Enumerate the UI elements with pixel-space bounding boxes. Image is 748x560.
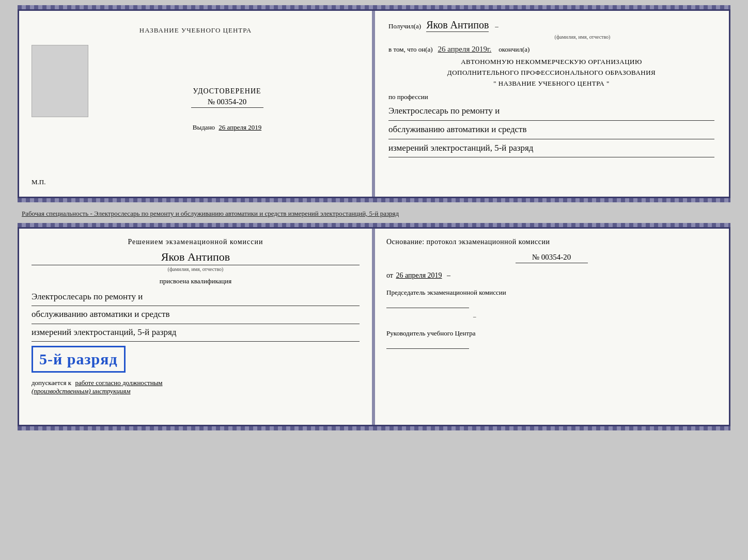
admitted-text-label: допускается к (32, 379, 71, 387)
profession-label: по профессии (388, 93, 714, 101)
date-prefix: от (386, 271, 393, 279)
top-book-right: Получил(а) Яков Антипов – (фамилия, имя,… (374, 11, 729, 197)
qual-line2: обслуживанию автоматики и средств (32, 306, 360, 324)
profession-line1: Электрослесарь по ремонту и (388, 103, 714, 121)
name-sublabel-bottom: (фамилия, имя, отчество) (32, 266, 360, 272)
completed-label: в том, что он(а) (388, 45, 433, 54)
top-book-left: НАЗВАНИЕ УЧЕБНОГО ЦЕНТРА УДОСТОВЕРЕНИЕ №… (19, 11, 374, 197)
org-line2: ДОПОЛНИТЕЛЬНОГО ПРОФЕССИОНАЛЬНОГО ОБРАЗО… (388, 68, 714, 78)
cert-number: № 00354-20 (191, 98, 263, 108)
admitted-italic-text: (производственным) инструкциям (32, 387, 131, 395)
qual-line1: Электрослесарь по ремонту и (32, 289, 360, 306)
completed-line: в том, что он(а) 26 апреля 2019г. окончи… (388, 45, 714, 54)
profession-block: по профессии Электрослесарь по ремонту и… (388, 93, 714, 157)
person-name-top: Яков Антипов (426, 19, 489, 32)
photo-placeholder (32, 45, 88, 117)
completed-date: 26 апреля 2019г. (438, 45, 492, 54)
issued-date: 26 апреля 2019 (219, 123, 261, 131)
profession-lines: Электрослесарь по ремонту и обслуживанию… (388, 103, 714, 157)
org-line1: АВТОНОМНУЮ НЕКОММЕРЧЕСКУЮ ОРГАНИЗАЦИЮ (388, 57, 714, 68)
issued-label: Выдано (193, 123, 215, 131)
profession-line2: обслуживанию автоматики и средств (388, 122, 714, 139)
org-line3: " НАЗВАНИЕ УЧЕБНОГО ЦЕНТРА " (388, 78, 714, 89)
basis-title: Основание: протокол экзаменационной коми… (386, 238, 716, 246)
admitted-line: допускается к работе согласно должностны… (32, 379, 360, 395)
assigned-qual-label: присвоена квалификация (32, 277, 360, 285)
profession-line3: измерений электростанций, 5-й разряд (388, 140, 714, 158)
completed-after: окончил(а) (498, 45, 529, 54)
mp-label: М.П. (32, 178, 45, 186)
head-section: Руководитель учебного Центра (386, 329, 716, 361)
protocol-number: № 00354-20 (516, 253, 588, 263)
org-name-block: АВТОНОМНУЮ НЕКОММЕРЧЕСКУЮ ОРГАНИЗАЦИЮ ДО… (388, 57, 714, 89)
specialty-separator-text: Рабочая специальность - Электрослесарь п… (18, 206, 730, 219)
protocol-date-line: от 26 апреля 2019 – (386, 271, 716, 280)
admitted-underline-text: работе согласно должностным (75, 379, 162, 387)
bottom-book-left: Решением экзаменационной комиссии Яков А… (19, 229, 374, 425)
chairman-section: Председатель экзаменационной комиссии – (386, 288, 716, 321)
date-value: 26 апреля 2019 (396, 271, 442, 279)
head-title: Руководитель учебного Центра (386, 329, 716, 338)
chairman-signature-line (386, 308, 469, 308)
head-signature-line (386, 348, 469, 349)
name-sublabel-top: (фамилия, имя, отчество) (450, 34, 714, 40)
received-label: Получил(а) (388, 22, 421, 30)
cert-label: УДОСТОВЕРЕНИЕ (193, 87, 261, 95)
qual-line3: измерений электростанций, 5-й разряд (32, 324, 360, 342)
received-line: Получил(а) Яков Антипов – (388, 19, 714, 32)
person-name-bottom: Яков Антипов (32, 250, 360, 265)
rank-badge: 5-й разряд (32, 346, 126, 373)
bottom-book-right: Основание: протокол экзаменационной коми… (374, 229, 729, 425)
qualification-block: Электрослесарь по ремонту и обслуживанию… (32, 289, 360, 342)
top-left-title: НАЗВАНИЕ УЧЕБНОГО ЦЕНТРА (139, 26, 252, 35)
commission-title: Решением экзаменационной комиссии (32, 238, 360, 246)
chairman-title: Председатель экзаменационной комиссии (386, 288, 716, 297)
issued-date-line: Выдано 26 апреля 2019 (193, 123, 261, 132)
